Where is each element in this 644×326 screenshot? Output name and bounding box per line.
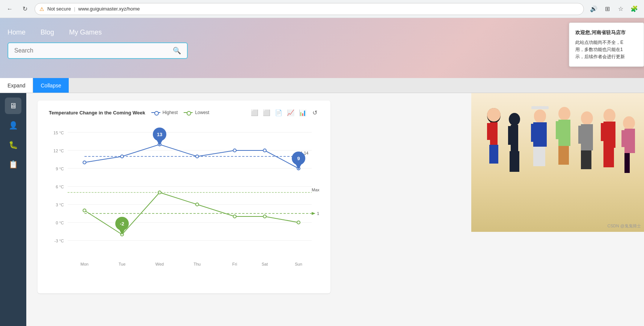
svg-rect-95 xyxy=(624,153,630,173)
svg-rect-63 xyxy=(514,151,519,172)
favorites-button[interactable]: ☆ xyxy=(615,4,626,14)
chart-header: Temperature Change in the Coming Week Hi… xyxy=(49,108,319,117)
svg-text:-2: -2 xyxy=(120,221,124,227)
browser-actions: 🔊 ⊞ ☆ 🧩 xyxy=(588,4,639,14)
csdn-badge: CSDN @鬼鬼骑士 xyxy=(608,223,641,229)
svg-text:Sun: Sun xyxy=(295,262,302,266)
chart-tools: ⬜ ⬜ 📄 📈 📊 ↺ xyxy=(250,108,319,117)
svg-marker-37 xyxy=(296,164,302,170)
sidebar: 🖥 👤 🐛 📋 xyxy=(0,93,26,326)
main-layout: 🖥 👤 🐛 📋 Temperature Change in the Coming… xyxy=(0,93,644,326)
svg-point-57 xyxy=(487,108,501,122)
svg-rect-61 xyxy=(514,126,517,145)
read-aloud-button[interactable]: 🔊 xyxy=(588,4,599,14)
svg-point-79 xyxy=(581,111,593,125)
notification-line1: 此站点功能尚不齐全，E xyxy=(575,39,638,46)
svg-point-31 xyxy=(263,149,266,152)
svg-text:9 °C: 9 °C xyxy=(56,167,64,171)
svg-rect-78 xyxy=(564,146,569,165)
svg-rect-66 xyxy=(531,106,549,109)
split-screen-button[interactable]: ⊞ xyxy=(602,4,612,14)
chart-tool-reset[interactable]: ↺ xyxy=(310,108,319,117)
svg-point-30 xyxy=(233,149,236,152)
sidebar-item-bug[interactable]: 🐛 xyxy=(5,137,21,153)
sidebar-item-clipboard[interactable]: 📋 xyxy=(5,156,21,173)
sidebar-item-user[interactable]: 👤 xyxy=(5,117,21,134)
search-icon: 🔍 xyxy=(173,47,181,55)
svg-text:Fri: Fri xyxy=(232,262,237,266)
search-input[interactable] xyxy=(14,47,170,54)
svg-text:13: 13 xyxy=(157,132,162,137)
nav-blog[interactable]: Blog xyxy=(41,29,54,36)
chart-container: Temperature Change in the Coming Week Hi… xyxy=(38,101,330,293)
nav-home[interactable]: Home xyxy=(8,29,26,36)
expand-button[interactable]: Expand xyxy=(0,78,33,93)
svg-rect-84 xyxy=(586,150,591,169)
svg-rect-56 xyxy=(494,145,498,164)
svg-rect-71 xyxy=(539,147,545,166)
svg-text:15 °C: 15 °C xyxy=(53,131,64,135)
sidebar-item-monitor[interactable]: 🖥 xyxy=(5,98,21,114)
address-bar[interactable]: ⚠ Not secure | www.guiguimaster.xyz/home xyxy=(35,3,584,15)
image-panel: CSDN @鬼鬼骑士 xyxy=(471,93,644,232)
security-warning-icon: ⚠ xyxy=(39,6,44,12)
chart-tool-bar[interactable]: 📊 xyxy=(298,108,307,117)
svg-point-29 xyxy=(196,155,199,158)
notification-title: 欢迎您,河南省驻马店市 xyxy=(575,29,638,37)
browser-chrome: ← ↻ ⚠ Not secure | www.guiguimaster.xyz/… xyxy=(0,0,644,18)
extensions-button[interactable]: 🧩 xyxy=(629,4,639,14)
svg-rect-82 xyxy=(585,126,589,144)
svg-rect-81 xyxy=(578,126,582,144)
svg-rect-83 xyxy=(581,150,586,169)
svg-point-58 xyxy=(509,113,520,126)
svg-text:Max: Max xyxy=(312,188,319,192)
svg-rect-75 xyxy=(556,121,560,139)
chart-tool-crop[interactable]: ⬜ xyxy=(250,108,259,117)
svg-rect-68 xyxy=(531,124,535,142)
svg-text:Thu: Thu xyxy=(194,262,201,266)
legend-highest-label: Highest xyxy=(163,110,178,115)
svg-point-39 xyxy=(83,209,86,212)
svg-text:Tue: Tue xyxy=(119,262,126,266)
chart-title: Temperature Change in the Coming Week xyxy=(49,110,145,116)
not-secure-label: Not secure xyxy=(47,6,71,12)
back-button[interactable]: ← xyxy=(5,4,15,14)
collapse-button[interactable]: Collapse xyxy=(33,78,68,93)
svg-point-43 xyxy=(233,215,236,218)
svg-text:Sat: Sat xyxy=(262,262,268,266)
svg-point-91 xyxy=(623,116,635,130)
svg-text:9: 9 xyxy=(297,156,300,161)
legend-lowest: Lowest xyxy=(184,110,209,115)
chart-tool-copy[interactable]: ⬜ xyxy=(262,108,271,117)
legend-highest: Highest xyxy=(151,110,178,115)
svg-rect-93 xyxy=(621,130,625,147)
svg-point-73 xyxy=(558,107,570,120)
svg-text:Mon: Mon xyxy=(80,262,88,266)
chart-title-area: Temperature Change in the Coming Week Hi… xyxy=(49,110,209,116)
expand-collapse-bar: Expand Collapse xyxy=(0,78,644,93)
svg-point-26 xyxy=(83,161,86,164)
separator: | xyxy=(74,6,75,12)
svg-text:3 °C: 3 °C xyxy=(56,203,64,207)
svg-text:Wed: Wed xyxy=(155,262,164,266)
notification-line3: 示，后续作者会进行更新 xyxy=(575,53,638,60)
svg-rect-54 xyxy=(493,123,497,140)
reload-button[interactable]: ↻ xyxy=(20,4,30,14)
chart-tool-download[interactable]: 📄 xyxy=(274,108,283,117)
chart-svg-wrapper: 15 °C 12 °C 9 °C 6 °C 3 °C 0 °C -3 °C xyxy=(49,123,319,282)
svg-point-42 xyxy=(196,203,199,206)
svg-rect-55 xyxy=(489,145,494,164)
nav-my-games[interactable]: My Games xyxy=(69,29,102,36)
search-bar[interactable]: 🔍 xyxy=(8,42,188,59)
svg-rect-70 xyxy=(533,147,539,166)
svg-text:12 °C: 12 °C xyxy=(53,149,64,153)
legend-highest-line xyxy=(151,112,160,113)
svg-rect-89 xyxy=(603,148,609,167)
chart-tool-line[interactable]: 📈 xyxy=(286,108,295,117)
svg-text:6 °C: 6 °C xyxy=(56,185,64,189)
main-nav: Home Blog My Games xyxy=(8,18,636,36)
svg-text:1.57: 1.57 xyxy=(317,211,319,216)
svg-rect-77 xyxy=(558,146,564,165)
svg-point-85 xyxy=(603,109,615,122)
chart-legend: Highest Lowest xyxy=(151,110,210,115)
